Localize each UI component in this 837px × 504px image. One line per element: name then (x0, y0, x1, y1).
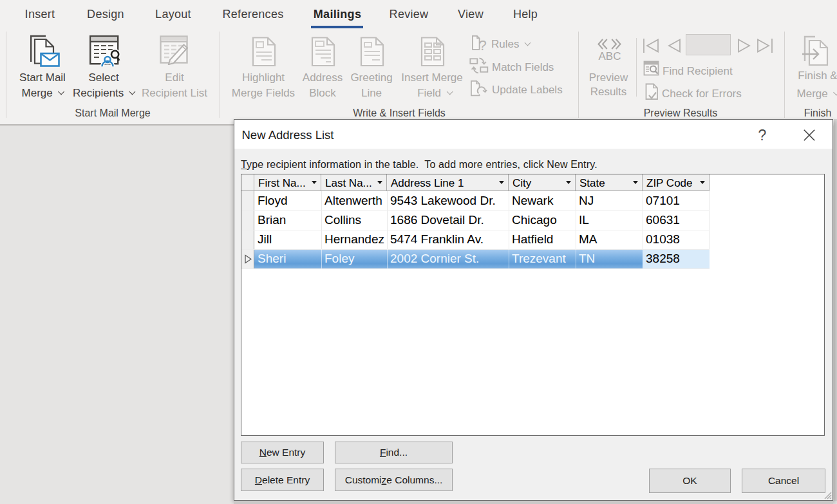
svg-text:?: ? (479, 37, 487, 51)
